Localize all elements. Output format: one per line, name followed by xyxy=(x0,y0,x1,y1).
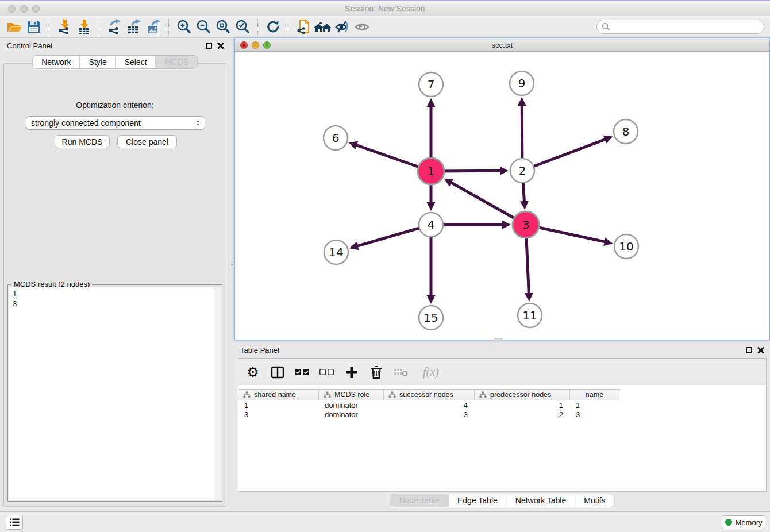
horizontal-splitter-handle[interactable] xyxy=(494,338,502,341)
graph-edge-arrowhead xyxy=(518,97,526,106)
network-canvas[interactable]: 7968124314101511 xyxy=(235,52,769,340)
graph-node-label-11: 11 xyxy=(522,309,537,322)
result-scrollbar[interactable] xyxy=(214,287,221,500)
task-history-button[interactable] xyxy=(6,515,23,530)
zoom-fit-icon[interactable] xyxy=(213,18,233,36)
import-table-icon[interactable] xyxy=(74,18,94,36)
tab-style[interactable]: Style xyxy=(80,56,116,68)
delete-table-icon xyxy=(394,365,409,380)
tab-network[interactable]: Network xyxy=(33,56,80,68)
column-header-name[interactable]: name xyxy=(570,389,619,400)
column-header-shared-name[interactable]: shared name xyxy=(238,389,319,400)
graph-node-label-15: 15 xyxy=(424,311,438,325)
tab-mcds[interactable]: MCDS xyxy=(156,56,197,68)
deselect-all-icon[interactable] xyxy=(319,365,334,380)
column-header-predecessor-nodes[interactable]: predecessor nodes xyxy=(475,389,570,400)
save-icon[interactable] xyxy=(24,18,44,36)
run-mcds-button[interactable]: Run MCDS xyxy=(55,135,110,148)
column-type-icon xyxy=(388,391,396,398)
network-view-titlebar[interactable]: × − + scc.txt xyxy=(235,38,769,52)
hide-details-icon[interactable] xyxy=(333,18,352,36)
float-table-panel-icon[interactable] xyxy=(746,347,752,353)
tab-network-table[interactable]: Network Table xyxy=(507,494,575,507)
titlebar: Session: New Session xyxy=(0,1,770,16)
memory-status-icon xyxy=(725,519,732,526)
list-icon xyxy=(9,518,20,527)
graph-edge-2-8[interactable] xyxy=(522,139,606,171)
table-row[interactable]: 3dominator323 xyxy=(238,410,766,419)
show-details-icon[interactable] xyxy=(352,18,372,36)
add-column-icon[interactable] xyxy=(344,365,359,380)
dropdown-stepper-icon: ▲▼ xyxy=(196,119,200,126)
memory-button[interactable]: Memory xyxy=(722,515,765,529)
open-folder-icon[interactable] xyxy=(5,18,24,36)
function-icon: f(x) xyxy=(418,365,444,380)
graph-edge-arrowhead xyxy=(520,201,529,210)
column-header-successor-nodes[interactable]: successor nodes xyxy=(384,389,475,400)
main-toolbar xyxy=(0,16,770,38)
control-panel-tabs: NetworkStyleSelectMCDS xyxy=(32,55,198,69)
column-header-MCDS-role[interactable]: MCDS role xyxy=(319,389,384,400)
node-table-container: ⚙ f(x) xyxy=(238,358,767,492)
column-type-icon xyxy=(243,391,251,398)
search-input[interactable] xyxy=(613,22,759,32)
zoom-out-icon[interactable] xyxy=(194,18,213,36)
application-window: Session: New Session xyxy=(0,0,770,532)
zoom-selected-icon[interactable] xyxy=(233,18,252,36)
graph-node-label-10: 10 xyxy=(619,240,633,253)
import-network-icon[interactable] xyxy=(55,18,74,36)
tab-edge-table[interactable]: Edge Table xyxy=(449,494,507,507)
optimization-criterion-select[interactable]: strongly connected component ▲▼ xyxy=(26,116,205,130)
search-icon xyxy=(602,22,610,31)
graph-node-label-7: 7 xyxy=(428,78,435,91)
close-panel-icon[interactable] xyxy=(217,42,224,49)
status-bar: Memory xyxy=(0,511,770,532)
graph-node-label-8: 8 xyxy=(622,125,630,138)
table-panel-tabs: Node TableEdge TableNetwork TableMotifs xyxy=(390,494,614,507)
network-graph: 7968124314101511 xyxy=(235,52,769,340)
split-panel-icon[interactable] xyxy=(270,365,285,380)
export-table-icon[interactable] xyxy=(124,18,144,36)
home-icon[interactable] xyxy=(313,18,333,36)
control-panel-title: Control Panel xyxy=(7,41,52,50)
delete-icon[interactable] xyxy=(369,365,384,380)
tab-select[interactable]: Select xyxy=(116,56,156,68)
graph-edge-arrowhead xyxy=(349,141,359,149)
table-cell: 2 xyxy=(475,410,570,419)
graph-node-label-6: 6 xyxy=(332,131,340,145)
close-panel-button[interactable]: Close panel xyxy=(117,135,177,148)
control-panel-header: Control Panel xyxy=(0,38,230,54)
table-row[interactable]: 1dominator411 xyxy=(238,400,766,410)
table-cell: 3 xyxy=(238,410,319,419)
export-network-icon[interactable] xyxy=(105,18,124,36)
table-header-row: shared nameMCDS rolesuccessor nodesprede… xyxy=(238,389,766,400)
graph-node-label-1: 1 xyxy=(428,164,435,178)
toolbar-separator xyxy=(168,19,169,35)
select-all-icon[interactable] xyxy=(295,365,310,380)
graph-node-label-3: 3 xyxy=(522,218,530,232)
graph-edge-arrowhead xyxy=(427,295,436,304)
toolbar-separator xyxy=(288,19,288,35)
mcds-result-text[interactable]: 1 3 xyxy=(9,287,221,500)
vertical-splitter-handle[interactable] xyxy=(230,259,234,267)
tab-node-table[interactable]: Node Table xyxy=(390,494,449,507)
clone-network-icon[interactable] xyxy=(294,18,313,36)
table-cell: 1 xyxy=(570,400,619,410)
toolbar-separator xyxy=(99,19,99,35)
graph-node-label-4: 4 xyxy=(428,218,435,232)
export-image-icon[interactable] xyxy=(144,18,163,36)
zoom-in-icon[interactable] xyxy=(174,18,194,36)
gear-icon[interactable]: ⚙ xyxy=(245,365,260,380)
float-panel-icon[interactable] xyxy=(206,43,212,49)
network-view-title: scc.txt xyxy=(235,41,769,49)
window-title: Session: New Session xyxy=(0,4,770,13)
table-panel-header: Table Panel xyxy=(234,342,770,358)
search-box[interactable] xyxy=(596,20,764,34)
close-table-panel-icon[interactable] xyxy=(757,346,764,353)
refresh-icon[interactable] xyxy=(263,18,283,36)
graph-edge-arrowhead xyxy=(427,202,436,211)
tab-motifs[interactable]: Motifs xyxy=(575,494,614,507)
table-toolbar: ⚙ f(x) xyxy=(238,359,766,385)
table-cell: 1 xyxy=(475,400,570,410)
control-panel: Control Panel NetworkStyleSelectMCDS Opt… xyxy=(0,38,230,509)
